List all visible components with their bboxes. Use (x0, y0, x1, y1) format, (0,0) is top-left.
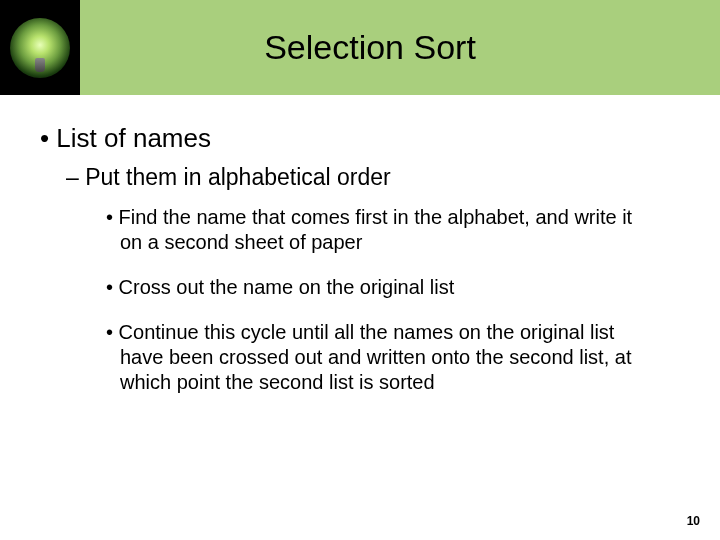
bullet-level1: List of names (40, 123, 680, 154)
slide-header: Selection Sort (0, 0, 720, 95)
bullet-level2: Put them in alphabetical order (66, 164, 680, 191)
bullet-level3: Continue this cycle until all the names … (106, 320, 640, 395)
bullet-level3: Cross out the name on the original list (106, 275, 640, 300)
bullet-level3: Find the name that comes first in the al… (106, 205, 640, 255)
slide-body: List of names Put them in alphabetical o… (0, 95, 720, 395)
lightbulb-icon (0, 0, 80, 95)
page-number: 10 (687, 514, 700, 528)
slide-title: Selection Sort (80, 28, 720, 67)
